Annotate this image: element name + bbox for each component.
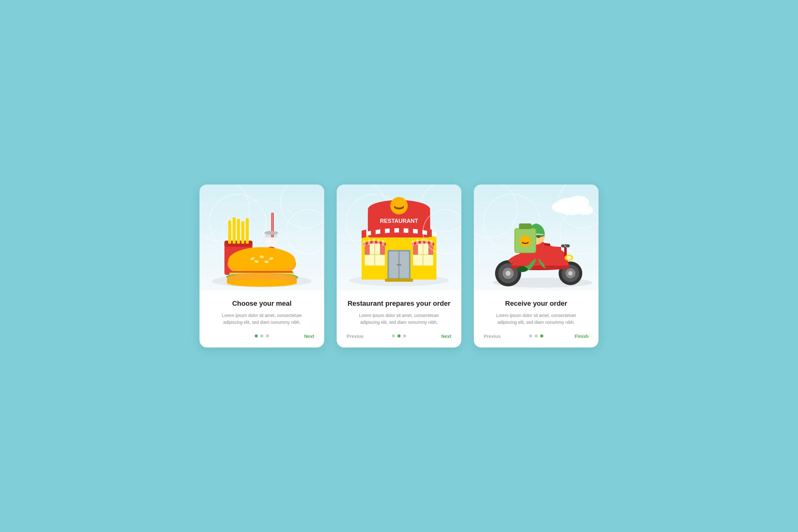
dot-2-2 (397, 335, 401, 338)
dot-3-2 (535, 335, 538, 338)
card-3-nav: Previus Finish (484, 332, 589, 340)
svg-point-38 (394, 201, 404, 208)
card-choose-meal: Choose your meal Lorem ipsum dolor sit a… (200, 185, 324, 347)
svg-point-84 (506, 271, 511, 276)
card-2-nav-right[interactable]: Next (430, 332, 451, 340)
card-2-nav: Previus Next (347, 332, 451, 340)
card-2-previus-button[interactable]: Previus (347, 332, 363, 340)
dot-3-1 (529, 335, 532, 338)
card-2-nav-left[interactable]: Previus (347, 332, 368, 340)
svg-point-15 (264, 231, 278, 235)
svg-rect-73 (385, 279, 413, 282)
card-receive-order: Receive your order Lorem ipsum dolor sit… (474, 185, 598, 347)
card-1-illustration (200, 185, 324, 290)
card-3-nav-left[interactable]: Previus (484, 332, 506, 340)
card-1-nav-right[interactable]: Next (292, 332, 314, 340)
card-3-desc: Lorem ipsum dolor sit amet, consectetuer… (493, 312, 580, 326)
card-restaurant: RESTAURANT (337, 185, 461, 347)
card-1-desc: Lorem ipsum dolor sit amet, consectetuer… (218, 312, 305, 326)
svg-point-78 (552, 201, 570, 212)
card-3-nav-right[interactable]: Finish (567, 332, 589, 340)
card-2-content: Restaurant prepares your order Lorem ips… (337, 290, 461, 347)
card-1-next-button[interactable]: Next (304, 332, 314, 340)
card-2-desc: Lorem ipsum dolor sit amet, consectetuer… (355, 312, 443, 326)
svg-point-79 (576, 205, 593, 215)
card-2-next-button[interactable]: Next (441, 332, 451, 340)
dot-1-2 (260, 335, 263, 338)
card-2-dots (368, 335, 430, 338)
svg-rect-10 (246, 218, 249, 244)
card-1-nav: Next (209, 332, 314, 340)
svg-point-88 (568, 271, 573, 276)
svg-rect-6 (228, 220, 231, 244)
card-2-title: Restaurant prepares your order (347, 299, 451, 308)
card-1-dots (231, 335, 292, 338)
card-3-illustration (474, 185, 598, 290)
card-3-dots (506, 335, 567, 338)
svg-rect-41 (362, 221, 366, 240)
svg-rect-90 (561, 244, 570, 247)
svg-point-93 (516, 266, 528, 272)
cards-container: Choose your meal Lorem ipsum dolor sit a… (181, 185, 617, 347)
svg-rect-9 (241, 221, 244, 244)
svg-point-102 (522, 239, 529, 243)
svg-point-96 (537, 235, 540, 238)
card-3-finish-button[interactable]: Finish (575, 332, 589, 340)
dot-1-3 (266, 335, 269, 338)
svg-text:RESTAURANT: RESTAURANT (380, 218, 418, 224)
svg-point-74 (474, 185, 517, 238)
svg-point-18 (228, 247, 296, 274)
svg-point-92 (566, 256, 571, 260)
card-3-content: Receive your order Lorem ipsum dolor sit… (474, 290, 598, 347)
dot-2-1 (392, 335, 395, 338)
svg-point-29 (227, 279, 297, 287)
svg-rect-8 (237, 219, 240, 244)
svg-rect-7 (232, 217, 236, 244)
dot-3-3 (540, 335, 543, 338)
svg-point-22 (264, 261, 269, 263)
svg-rect-99 (519, 224, 531, 229)
card-3-title: Receive your order (505, 299, 567, 308)
card-1-content: Choose your meal Lorem ipsum dolor sit a… (200, 290, 324, 347)
svg-rect-57 (397, 264, 401, 266)
svg-point-1 (281, 185, 324, 228)
dot-2-3 (403, 335, 406, 338)
card-2-illustration: RESTAURANT (337, 185, 461, 290)
dot-1-1 (255, 335, 258, 338)
card-1-title: Choose your meal (232, 299, 292, 308)
card-3-previus-button[interactable]: Previus (484, 332, 501, 340)
